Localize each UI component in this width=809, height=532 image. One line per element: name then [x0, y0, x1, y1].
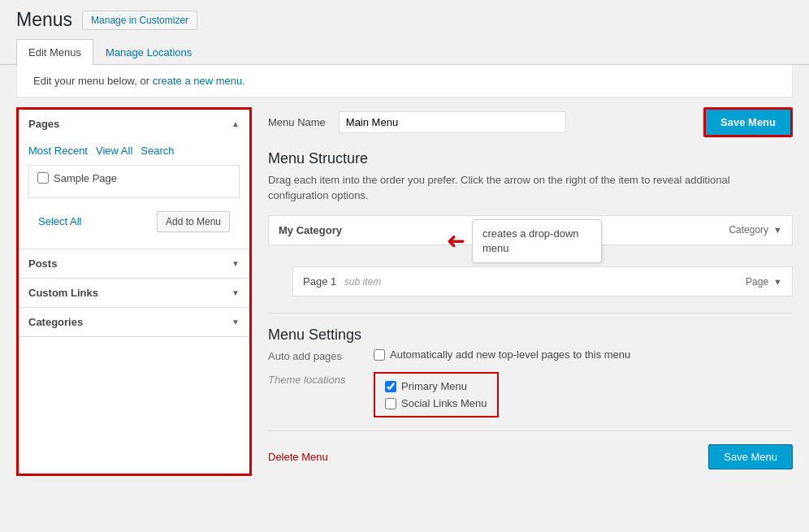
menu-name-input[interactable] — [339, 111, 566, 133]
red-arrow-icon: ➜ — [447, 230, 465, 253]
accordion-pages: Pages ▲ Most Recent View All Search Samp… — [19, 110, 249, 249]
theme-locations-control: Primary Menu Social Links Menu — [374, 372, 793, 417]
tooltip-text: creates a drop-down menu — [482, 227, 579, 254]
accordion-categories-arrow: ▼ — [231, 318, 240, 327]
menu-name-group: Menu Name — [268, 111, 566, 133]
manage-in-customizer-button[interactable]: Manage in Customizer — [82, 11, 197, 30]
pages-subtab-search[interactable]: Search — [141, 145, 174, 157]
accordion-custom-links-title: Custom Links — [28, 287, 98, 299]
menu-structure-desc: Drag each item into the order you prefer… — [268, 172, 793, 204]
theme-locations-box: Primary Menu Social Links Menu — [374, 372, 499, 417]
pages-footer: Select All Add to Menu — [28, 205, 240, 239]
add-to-menu-button[interactable]: Add to Menu — [157, 211, 230, 232]
theme-loc-primary-menu-label: Primary Menu — [401, 380, 467, 392]
right-panel: Menu Name Save Menu Menu Structure Drag … — [252, 107, 793, 476]
info-bar: Edit your menu below, or create a new me… — [16, 65, 793, 97]
page-header: Menus Manage in Customizer — [0, 0, 809, 32]
select-all-link[interactable]: Select All — [38, 215, 81, 227]
auto-add-checkbox[interactable] — [374, 349, 385, 361]
accordion-posts-title: Posts — [28, 257, 57, 270]
pages-checkbox-sample[interactable] — [37, 172, 49, 184]
theme-loc-primary-menu-checkbox[interactable] — [385, 381, 396, 392]
menu-subitem-page1: Page 1 sub item Page ▼ — [292, 266, 793, 296]
bottom-row: Delete Menu Save Menu — [268, 430, 793, 476]
menu-subitem-page1-label: Page 1 sub item — [303, 275, 381, 288]
pages-subtabs: Most Recent View All Search — [28, 145, 240, 157]
menu-settings-section: Menu Settings Auto add pages Automatical… — [268, 313, 793, 417]
auto-add-text: Automatically add new top-level pages to… — [390, 348, 630, 361]
pages-list: Sample Page — [28, 165, 240, 198]
accordion-pages-body: Most Recent View All Search Sample Page … — [19, 138, 249, 249]
accordion-custom-links: Custom Links ▼ — [19, 279, 249, 308]
accordion-pages-arrow-up: ▲ — [231, 119, 240, 128]
tab-edit-menus[interactable]: Edit Menus — [16, 39, 93, 65]
auto-add-control: Automatically add new top-level pages to… — [374, 348, 793, 361]
menu-item-my-category-label: My Category — [279, 224, 342, 236]
pages-item-sample[interactable]: Sample Page — [37, 172, 231, 184]
accordion-posts-header[interactable]: Posts ▼ — [19, 249, 249, 278]
accordion-categories: Categories ▼ — [19, 308, 249, 337]
info-bar-text: Edit your menu below, or — [33, 75, 153, 87]
delete-menu-link[interactable]: Delete Menu — [268, 451, 328, 463]
menu-name-label: Menu Name — [268, 116, 326, 128]
page-wrapper: Menus Manage in Customizer Edit Menus Ma… — [0, 0, 809, 532]
auto-add-label: Auto add pages — [268, 348, 374, 362]
menu-name-row: Menu Name Save Menu — [268, 107, 793, 137]
auto-add-checkbox-label[interactable]: Automatically add new top-level pages to… — [374, 348, 793, 361]
left-panel: Pages ▲ Most Recent View All Search Samp… — [16, 107, 252, 476]
menu-subitem-page1-type-group: Page ▼ — [746, 276, 782, 288]
menu-items-list: My Category Category ▼ ➜ creates a drop-… — [268, 215, 793, 296]
info-bar-text-after: . — [242, 75, 245, 87]
menu-settings-title: Menu Settings — [268, 327, 793, 344]
accordion-pages-header[interactable]: Pages ▲ — [19, 110, 249, 138]
accordion-posts-arrow: ▼ — [231, 259, 240, 268]
pages-subtab-view-all[interactable]: View All — [96, 145, 132, 157]
menu-subitem-page1-arrow: ▼ — [773, 277, 782, 287]
tooltip-bubble: creates a drop-down menu — [472, 219, 602, 263]
theme-locations-label: Theme locations — [268, 372, 374, 386]
accordion-pages-title: Pages — [28, 118, 59, 130]
accordion-custom-links-arrow: ▼ — [231, 288, 240, 297]
menu-subitem-page1-type: Page — [746, 276, 768, 288]
menu-structure-title: Menu Structure — [268, 150, 793, 167]
accordion-categories-title: Categories — [28, 316, 83, 328]
pages-subtab-most-recent[interactable]: Most Recent — [28, 145, 88, 157]
theme-loc-social-links-checkbox[interactable] — [385, 398, 396, 409]
theme-loc-social-links-label: Social Links Menu — [401, 397, 487, 409]
theme-loc-primary-menu[interactable]: Primary Menu — [385, 380, 487, 392]
tab-manage-locations[interactable]: Manage Locations — [93, 39, 204, 65]
tabs-bar: Edit Menus Manage Locations — [0, 39, 809, 65]
pages-item-sample-label: Sample Page — [54, 172, 117, 184]
arrow-annotation: ➜ creates a drop-down menu — [447, 219, 793, 263]
theme-locations-row: Theme locations Primary Menu Social Link… — [268, 372, 793, 417]
save-menu-button-bottom[interactable]: Save Menu — [708, 444, 793, 469]
accordion-custom-links-header[interactable]: Custom Links ▼ — [19, 279, 249, 307]
main-content: Pages ▲ Most Recent View All Search Samp… — [16, 107, 793, 476]
menu-subitem-page1-subtext: sub item — [344, 276, 381, 288]
accordion-categories-header[interactable]: Categories ▼ — [19, 308, 249, 336]
accordion-posts: Posts ▼ — [19, 249, 249, 279]
save-menu-button-top[interactable]: Save Menu — [703, 107, 793, 137]
menu-subitem-page1-row[interactable]: Page 1 sub item Page ▼ — [293, 267, 792, 296]
auto-add-row: Auto add pages Automatically add new top… — [268, 348, 793, 362]
page-title: Menus — [16, 8, 72, 32]
create-new-menu-link[interactable]: create a new menu — [153, 75, 243, 87]
theme-loc-social-links[interactable]: Social Links Menu — [385, 397, 487, 409]
